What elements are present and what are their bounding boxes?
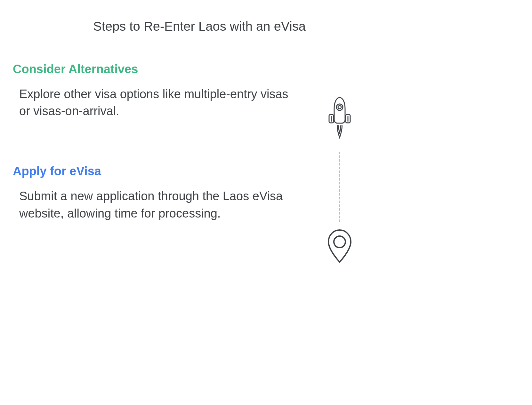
dashed-connector	[339, 152, 340, 222]
step-body: Explore other visa options like multiple…	[13, 86, 301, 120]
page-title: Steps to Re-Enter Laos with an eVisa	[13, 19, 386, 34]
step-body: Submit a new application through the Lao…	[13, 188, 301, 222]
rocket-icon	[325, 96, 354, 145]
svg-point-0	[336, 104, 343, 110]
progress-rail	[325, 96, 354, 265]
step-heading: Consider Alternatives	[13, 62, 301, 76]
location-pin-icon	[325, 228, 354, 265]
step-item: Apply for eVisa Submit a new application…	[13, 164, 301, 222]
svg-point-1	[338, 106, 341, 109]
step-item: Consider Alternatives Explore other visa…	[13, 62, 301, 120]
step-heading: Apply for eVisa	[13, 164, 301, 178]
svg-point-6	[334, 236, 345, 248]
steps-list: Consider Alternatives Explore other visa…	[13, 62, 301, 222]
page-container: Steps to Re-Enter Laos with an eVisa Con…	[13, 19, 386, 285]
